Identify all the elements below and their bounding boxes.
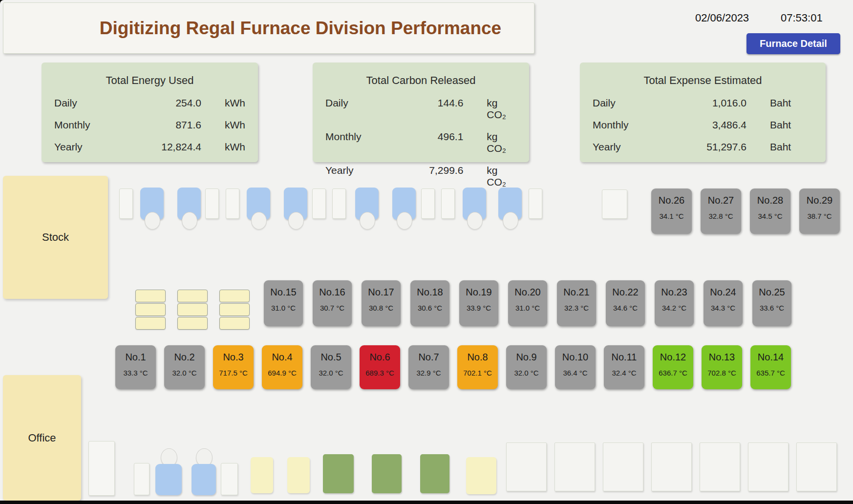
furnace-tile-no-24[interactable]: No.24 34.3 °C [704, 280, 743, 326]
row-unit: kWh [225, 97, 245, 109]
furnace-tile-no-8[interactable]: No.8 702.1 °C [457, 345, 498, 389]
furnace-temp: 32.8 °C [701, 212, 741, 220]
pallet-row [177, 317, 208, 330]
furnace-temp: 31.0 °C [264, 304, 303, 312]
furnace-tile-no-23[interactable]: No.23 34.2 °C [655, 280, 694, 326]
expense-card-title: Total Expense Estimated [580, 74, 826, 87]
furnace-id: No.13 [702, 352, 742, 363]
operator-head-icon [145, 212, 160, 230]
furnace-tile-no-26[interactable]: No.26 34.1 °C [651, 189, 692, 234]
furnace-dashboard: Digitizing Regal Furnace Division Perfor… [0, 0, 853, 504]
pallet-row [177, 303, 208, 316]
title-card: Digitizing Regal Furnace Division Perfor… [3, 2, 534, 54]
furnace-id: No.3 [213, 352, 254, 363]
workbench-square [554, 442, 595, 491]
furnace-tile-no-25[interactable]: No.25 33.6 °C [752, 280, 791, 326]
furnace-detail-button[interactable]: Furnace Detail [746, 33, 840, 54]
furnace-tile-no-16[interactable]: No.16 30.7 °C [313, 280, 352, 326]
furnace-temp: 34.3 °C [704, 304, 743, 312]
workstation-rect [205, 189, 219, 219]
carbon-card-title: Total Carbon Released [313, 74, 529, 87]
furnace-tile-no-21[interactable]: No.21 32.3 °C [557, 280, 596, 326]
workstation-rect [312, 189, 326, 219]
pallet-row [177, 290, 208, 302]
workstation-rect [441, 189, 455, 219]
furnace-tile-no-3[interactable]: No.3 717.5 °C [213, 345, 254, 389]
operator-icon [192, 464, 216, 495]
workbench-square [796, 442, 837, 491]
storage-box [251, 457, 273, 493]
furnace-tile-no-11[interactable]: No.11 32.4 °C [604, 345, 644, 389]
workstation-rect [119, 189, 133, 219]
energy-daily-row: Daily 254.0 kWh [42, 97, 258, 109]
furnace-id: No.11 [604, 352, 644, 363]
expense-card: Total Expense Estimated Daily 1,016.0 Ba… [580, 63, 826, 162]
furnace-tile-no-28[interactable]: No.28 34.5 °C [750, 189, 790, 234]
furnace-tile-no-12[interactable]: No.12 636.7 °C [653, 345, 693, 389]
furnace-tile-no-14[interactable]: No.14 635.7 °C [750, 345, 791, 389]
operator-head-icon [467, 212, 483, 230]
furnace-tile-no-22[interactable]: No.22 34.6 °C [606, 280, 645, 326]
furnace-id: No.19 [459, 287, 498, 298]
row-value: 871.6 [131, 119, 201, 131]
furnace-tile-no-4[interactable]: No.4 694.9 °C [262, 345, 302, 389]
workstation-rect [221, 463, 238, 495]
furnace-tile-no-7[interactable]: No.7 32.9 °C [408, 345, 449, 389]
furnace-id: No.22 [606, 287, 645, 298]
machine-table-green [372, 454, 402, 493]
furnace-tile-no-19[interactable]: No.19 33.9 °C [459, 280, 498, 326]
furnace-temp: 32.0 °C [506, 369, 547, 377]
furnace-tile-no-29[interactable]: No.29 38.7 °C [799, 189, 840, 234]
stock-pallet-stack [135, 290, 166, 330]
furnace-temp: 702.1 °C [457, 369, 498, 377]
furnace-temp: 34.2 °C [655, 304, 694, 312]
row-value: 496.1 [398, 131, 463, 143]
furnace-tile-no-17[interactable]: No.17 30.8 °C [362, 280, 401, 326]
furnace-temp: 34.1 °C [651, 212, 692, 220]
row-value: 144.6 [398, 97, 463, 109]
furnace-temp: 34.5 °C [750, 212, 790, 220]
furnace-id: No.29 [799, 195, 840, 206]
furnace-tile-no-2[interactable]: No.2 32.0 °C [164, 345, 205, 389]
furnace-temp: 32.0 °C [164, 369, 205, 377]
workbench-square [506, 442, 547, 491]
furnace-tile-no-18[interactable]: No.18 30.6 °C [410, 280, 449, 326]
row-unit: Baht [770, 97, 791, 109]
workstation-rect [421, 189, 435, 219]
furnace-id: No.14 [750, 352, 791, 363]
furnace-tile-no-1[interactable]: No.1 33.3 °C [115, 345, 156, 389]
window-bottom-edge [0, 501, 853, 504]
furnace-id: No.6 [360, 352, 400, 363]
furnace-tile-no-15[interactable]: No.15 31.0 °C [264, 280, 303, 326]
furnace-temp: 32.9 °C [408, 369, 449, 377]
furnace-temp: 30.6 °C [410, 304, 449, 312]
row-label: Daily [325, 97, 398, 109]
row-label: Yearly [593, 141, 673, 153]
furnace-tile-no-10[interactable]: No.10 36.4 °C [555, 345, 596, 389]
energy-monthly-row: Monthly 871.6 kWh [42, 119, 258, 131]
page-title: Digitizing Regal Furnace Division Perfor… [36, 18, 501, 39]
furnace-id: No.9 [506, 352, 547, 363]
furnace-tile-no-27[interactable]: No.27 32.8 °C [701, 189, 741, 234]
workbench-square [651, 442, 692, 491]
furnace-temp: 32.3 °C [557, 304, 596, 312]
carbon-card: Total Carbon Released Daily 144.6 kg CO₂… [313, 63, 529, 162]
furnace-temp: 30.8 °C [362, 304, 401, 312]
time-display: 07:53:01 [781, 12, 823, 24]
row-unit: kg CO₂ [487, 165, 516, 188]
row-label: Monthly [593, 119, 673, 131]
office-area: Office [3, 375, 81, 501]
furnace-tile-no-9[interactable]: No.9 32.0 °C [506, 345, 547, 389]
furnace-tile-no-6[interactable]: No.6 689.3 °C [360, 345, 400, 389]
row-value: 7,299.6 [398, 165, 463, 176]
furnace-temp: 694.9 °C [262, 369, 302, 377]
pallet-row [135, 290, 166, 302]
furnace-tile-no-5[interactable]: No.5 32.0 °C [311, 345, 351, 389]
furnace-id: No.17 [362, 287, 401, 298]
row-value: 3,486.4 [673, 119, 746, 131]
furnace-id: No.24 [704, 287, 743, 298]
furnace-id: No.7 [408, 352, 449, 363]
furnace-tile-no-20[interactable]: No.20 31.0 °C [508, 280, 547, 326]
furnace-tile-no-13[interactable]: No.13 702.8 °C [702, 345, 742, 389]
furnace-id: No.16 [313, 287, 352, 298]
